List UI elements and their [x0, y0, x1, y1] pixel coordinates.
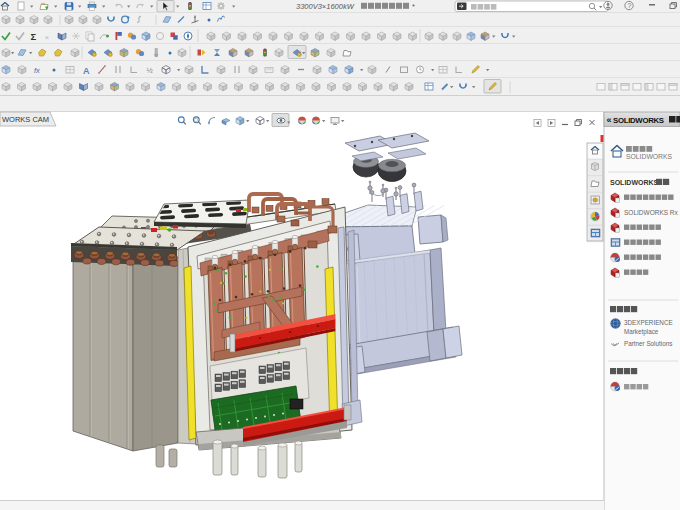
- svg-text:½: ½: [147, 66, 154, 75]
- svg-text:SOLIDWORKS Rx: SOLIDWORKS Rx: [624, 209, 679, 216]
- svg-text:?: ?: [628, 2, 632, 9]
- svg-text:Marketplace: Marketplace: [624, 328, 659, 336]
- svg-text:SOLIDWORKS: SOLIDWORKS: [626, 153, 673, 160]
- svg-text:3300V3×1600kW: 3300V3×1600kW: [296, 2, 355, 11]
- svg-text:WORKS CAM: WORKS CAM: [2, 115, 49, 124]
- svg-text:A: A: [83, 66, 90, 76]
- svg-text:SOLIDWORKS: SOLIDWORKS: [610, 179, 659, 186]
- svg-text:fx: fx: [34, 66, 40, 75]
- svg-text:*: *: [412, 2, 415, 11]
- svg-text:SOLIDWORKS: SOLIDWORKS: [613, 116, 664, 125]
- svg-text:Partner Solutions: Partner Solutions: [624, 340, 672, 347]
- svg-text:×: ×: [45, 33, 50, 42]
- svg-text:Σ: Σ: [31, 31, 37, 42]
- svg-text:«: «: [607, 115, 612, 125]
- svg-text:3DEXPERIENCE: 3DEXPERIENCE: [624, 319, 673, 326]
